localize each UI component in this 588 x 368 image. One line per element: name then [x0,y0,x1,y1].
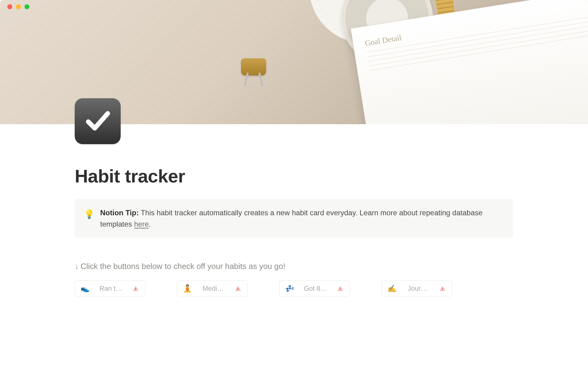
tip-callout-text-1: This habit tracker automatically creates… [100,209,483,228]
writing-icon: ✍️ [387,284,397,293]
habit-button-journal[interactable]: ✍️ Jour… [382,280,452,297]
meditate-icon: 🧘 [183,284,192,293]
page-icon[interactable] [75,98,121,144]
habit-buttons-row: 👟 Ran t… 🧘 Medi… 💤 Got 8… [75,280,513,297]
window-titlebar [0,0,588,13]
svg-rect-5 [340,290,341,291]
window-zoom-button[interactable] [24,4,29,9]
cover-binder-clip-graphic [241,58,266,75]
instruction-text: ↓Click the buttons below to check off yo… [75,262,513,271]
svg-rect-3 [238,290,238,291]
app-window: Goal Detail Goal Summary Goal Detail Hab… [0,0,588,368]
svg-rect-7 [442,290,443,291]
warning-icon [439,285,446,292]
svg-rect-1 [135,290,136,291]
habit-button-sleep[interactable]: 💤 Got 8… [279,280,350,297]
down-arrow-icon: ↓ [75,262,79,271]
window-minimize-button[interactable] [16,4,21,9]
page-content: Habit tracker 💡 Notion Tip: This habit t… [75,166,513,297]
window-close-button[interactable] [7,4,12,9]
warning-icon [132,285,139,292]
svg-rect-0 [135,288,136,289]
habit-button-label: Got 8… [298,285,333,293]
instruction-label: Click the buttons below to check off you… [81,262,285,271]
page-title[interactable]: Habit tracker [75,166,513,187]
tip-callout[interactable]: 💡 Notion Tip: This habit tracker automat… [75,199,513,238]
tip-callout-body: Notion Tip: This habit tracker automatic… [100,207,504,230]
checkbox-icon [83,106,112,136]
svg-rect-2 [238,288,238,289]
habit-button-ran[interactable]: 👟 Ran t… [75,280,145,297]
habit-button-label: Jour… [400,285,435,293]
shoe-icon: 👟 [81,284,90,293]
tip-callout-text-2: . [149,220,151,228]
warning-icon [234,285,242,292]
tip-callout-link[interactable]: here [134,220,149,228]
lightbulb-icon: 💡 [84,208,95,230]
svg-rect-6 [442,288,443,289]
habit-button-meditated[interactable]: 🧘 Medi… [177,280,247,297]
tip-callout-bold: Notion Tip: [100,209,139,217]
habit-button-label: Medi… [196,285,231,293]
warning-icon [337,285,344,292]
svg-rect-4 [340,288,341,289]
habit-button-label: Ran t… [93,285,128,293]
sleep-icon: 💤 [285,284,294,293]
